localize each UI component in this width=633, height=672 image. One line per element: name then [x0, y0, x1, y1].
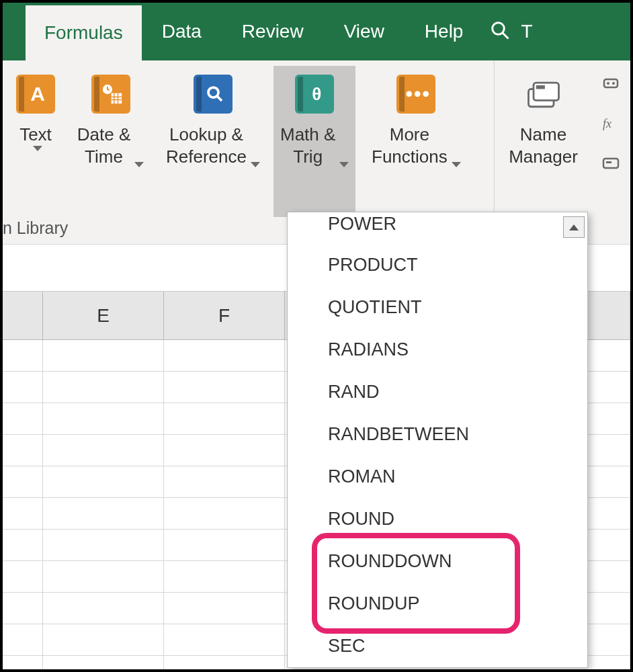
- menu-item-roundup[interactable]: ROUNDUP: [288, 583, 587, 625]
- svg-point-15: [612, 82, 615, 85]
- name-manager-icon: [522, 73, 565, 116]
- menu-item-quotient[interactable]: QUOTIENT: [288, 286, 587, 329]
- ribbon-lookup-button[interactable]: Lookup & Reference: [153, 66, 273, 217]
- menu-item-roman[interactable]: ROMAN: [288, 456, 587, 498]
- menu-item-rounddown[interactable]: ROUNDDOWN: [288, 540, 587, 583]
- ribbon-morefunctions-button[interactable]: ••• More Functions: [355, 66, 476, 217]
- menu-item-sec[interactable]: SEC: [288, 625, 587, 667]
- tab-formulas[interactable]: Formulas: [26, 3, 142, 60]
- svg-line-9: [217, 96, 222, 101]
- tab-review-label: Review: [242, 21, 304, 42]
- tab-data[interactable]: Data: [142, 3, 222, 60]
- svg-rect-18: [606, 161, 611, 163]
- ribbon-text-label: Text: [19, 124, 52, 146]
- menu-item-rand[interactable]: RAND: [288, 371, 587, 413]
- menu-item-round[interactable]: ROUND: [288, 498, 587, 540]
- menu-scroll-up-button[interactable]: [563, 216, 585, 238]
- tab-help-label: Help: [425, 21, 464, 42]
- text-functions-icon: A: [14, 73, 57, 116]
- chevron-down-icon: [33, 146, 42, 151]
- ribbon-tabbar: Formulas Data Review View Help T: [3, 3, 630, 60]
- ribbon-mathtrig-button[interactable]: θ Math & Trig: [273, 66, 355, 217]
- mathtrig-functions-icon: θ: [293, 73, 336, 116]
- tab-view-label: View: [344, 21, 384, 42]
- define-name-icon[interactable]: [601, 74, 623, 97]
- chevron-down-icon: [134, 162, 144, 167]
- tell-me-label: T: [521, 21, 532, 42]
- ribbon-name-manager-button[interactable]: Name Manager: [495, 66, 592, 217]
- svg-rect-3: [111, 93, 122, 104]
- chevron-up-icon: [569, 224, 579, 230]
- ribbon-mathtrig-label: Math & Trig: [280, 124, 335, 167]
- create-from-selection-icon[interactable]: [601, 155, 623, 177]
- menu-item-randbetween[interactable]: RANDBETWEEN: [288, 413, 587, 456]
- tell-me-search[interactable]: T: [490, 20, 532, 43]
- chevron-down-icon: [251, 162, 260, 167]
- tab-data-label: Data: [162, 21, 202, 42]
- svg-rect-12: [536, 85, 544, 89]
- ribbon-side-icons: fx: [592, 60, 623, 244]
- mathtrig-dropdown-menu: POWER PRODUCT QUOTIENT RADIANS RAND RAND…: [287, 212, 588, 668]
- svg-point-0: [493, 23, 505, 35]
- ribbon-morefunctions-label: More Functions: [372, 124, 448, 167]
- ribbon-namemgr-label: Name Manager: [509, 124, 578, 167]
- svg-rect-13: [604, 79, 618, 87]
- row-header-stub: [3, 292, 43, 339]
- datetime-functions-icon: [89, 73, 132, 116]
- menu-item-power[interactable]: POWER: [288, 212, 587, 244]
- tab-formulas-label: Formulas: [44, 22, 123, 44]
- ribbon-datetime-button[interactable]: Date & Time: [69, 66, 153, 217]
- svg-line-1: [503, 33, 509, 39]
- menu-item-product[interactable]: PRODUCT: [288, 244, 587, 286]
- chevron-down-icon: [339, 162, 349, 167]
- chevron-down-icon: [452, 162, 461, 167]
- tab-help[interactable]: Help: [405, 3, 484, 60]
- svg-point-14: [607, 82, 609, 85]
- menu-item-radians[interactable]: RADIANS: [288, 329, 587, 371]
- use-in-formula-icon[interactable]: fx: [601, 114, 623, 137]
- column-header-F[interactable]: F: [164, 292, 285, 339]
- search-icon: [490, 20, 510, 43]
- ribbon-lookup-label: Lookup & Reference: [166, 124, 247, 167]
- morefunctions-icon: •••: [394, 73, 437, 116]
- ribbon-datetime-label: Date & Time: [77, 124, 131, 167]
- lookup-functions-icon: [192, 73, 235, 116]
- tab-view[interactable]: View: [324, 3, 405, 60]
- column-header-E[interactable]: E: [43, 292, 164, 339]
- tab-review[interactable]: Review: [222, 3, 324, 60]
- svg-text:fx: fx: [603, 117, 611, 130]
- ribbon-text-button[interactable]: A Text: [3, 66, 69, 217]
